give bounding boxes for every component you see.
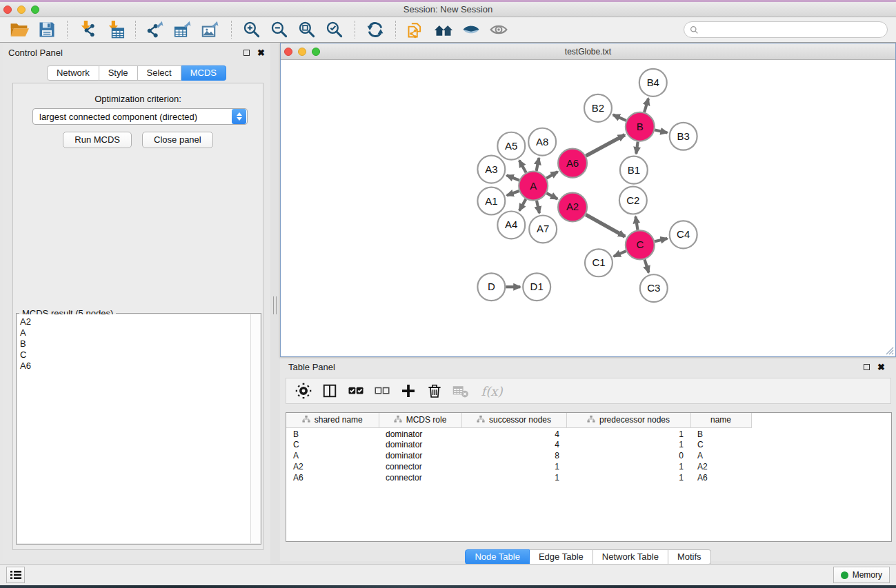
network-window-titlebar[interactable]: testGlobe.txt — [281, 43, 895, 60]
tab-edge-table[interactable]: Edge Table — [530, 549, 593, 565]
table-row[interactable]: Bdominator41B — [286, 427, 891, 439]
import-network-icon[interactable] — [77, 19, 98, 40]
search-box[interactable] — [684, 21, 888, 38]
table-row[interactable]: A6connector11A6 — [286, 472, 891, 483]
graph-edge-A2-C[interactable] — [586, 214, 625, 236]
graph-edge-A-A1[interactable] — [507, 191, 519, 195]
graph-node-B2[interactable]: B2 — [584, 94, 612, 122]
graph-edge-A-A2[interactable] — [546, 193, 557, 199]
graph-node-A2[interactable]: A2 — [558, 193, 587, 222]
show-graphics-details-icon[interactable] — [488, 19, 509, 40]
main-titlebar[interactable]: Session: New Session — [0, 2, 896, 17]
search-input[interactable] — [702, 25, 882, 34]
graph-edge-C-C4[interactable] — [655, 239, 667, 241]
vertical-splitter[interactable] — [270, 43, 280, 564]
table-cell[interactable]: A — [286, 450, 379, 461]
zoom-selected-icon[interactable] — [324, 19, 345, 40]
zoom-in-icon[interactable] — [241, 19, 262, 40]
network-canvas[interactable]: B4B2BB3A8A5A6A3B1AA1C2A2A4A7C4CC1C3DD1 — [281, 61, 895, 356]
graph-edge-A-A4[interactable] — [519, 199, 526, 211]
export-network-icon[interactable] — [146, 19, 166, 40]
task-history-button[interactable] — [6, 567, 25, 583]
save-session-icon[interactable] — [37, 19, 57, 40]
graph-edge-A-A5[interactable] — [519, 161, 526, 173]
home-layout-icon[interactable] — [433, 19, 454, 40]
graph-node-C2[interactable]: C2 — [619, 187, 647, 214]
table-cell[interactable]: 0 — [566, 450, 690, 461]
graph-node-A5[interactable]: A5 — [497, 132, 525, 160]
graph-edge-A-A6[interactable] — [546, 172, 557, 178]
tab-node-table[interactable]: Node Table — [465, 549, 530, 565]
duplicate-network-icon[interactable] — [406, 19, 426, 40]
graph-node-D[interactable]: D — [477, 273, 505, 301]
criterion-dropdown[interactable]: largest connected component (directed) — [32, 108, 248, 125]
import-table-icon[interactable] — [105, 19, 126, 40]
graph-edge-C-C3[interactable] — [645, 259, 649, 272]
mcds-result-scrollbar[interactable] — [250, 314, 260, 543]
tab-select[interactable]: Select — [138, 65, 181, 81]
run-mcds-button[interactable]: Run MCDS — [63, 132, 132, 148]
zoom-fit-icon[interactable] — [297, 19, 317, 40]
table-cell[interactable]: 1 — [566, 472, 690, 483]
tab-style[interactable]: Style — [99, 65, 138, 81]
export-image-icon[interactable] — [201, 19, 221, 40]
graph-edge-C-C2[interactable] — [635, 216, 637, 230]
network-view-window[interactable]: testGlobe.txt B4B2BB3A8A5A6A3B1AA1C2A2A4… — [280, 43, 896, 357]
column-header-name[interactable]: name — [690, 413, 751, 427]
close-panel-icon[interactable]: ✖ — [257, 48, 265, 57]
mcds-result-item[interactable]: A6 — [20, 361, 250, 372]
delete-column-icon[interactable] — [424, 381, 445, 401]
table-cell[interactable]: A6 — [690, 472, 751, 483]
table-cell[interactable]: 1 — [566, 427, 690, 439]
table-cell[interactable]: dominator — [379, 439, 461, 450]
show-columns-icon[interactable] — [319, 381, 340, 401]
hide-details-icon[interactable] — [461, 19, 481, 40]
table-cell[interactable]: B — [690, 427, 751, 439]
close-panel-button[interactable]: Close panel — [142, 132, 213, 148]
mcds-result-item[interactable]: C — [20, 349, 250, 361]
select-all-icon[interactable] — [346, 381, 366, 401]
graph-edge-B-B1[interactable] — [636, 142, 637, 154]
table-cell[interactable]: A6 — [286, 472, 379, 483]
graph-node-A8[interactable]: A8 — [528, 128, 556, 156]
new-column-icon[interactable] — [398, 381, 419, 401]
resize-grip-icon[interactable] — [884, 345, 894, 355]
tab-mcds[interactable]: MCDS — [181, 65, 226, 81]
table-cell[interactable]: connector — [379, 472, 461, 483]
table-mode-icon[interactable] — [293, 381, 314, 401]
table-cell[interactable]: 4 — [461, 427, 566, 439]
splitter-grip[interactable] — [273, 296, 277, 314]
refresh-layout-icon[interactable] — [365, 19, 386, 40]
column-header-MCDS-role[interactable]: MCDS role — [379, 413, 461, 427]
table-cell[interactable]: C — [286, 439, 379, 450]
table-cell[interactable]: dominator — [379, 450, 461, 461]
zoom-out-icon[interactable] — [269, 19, 290, 40]
mcds-result-item[interactable]: A2 — [20, 316, 250, 327]
close-table-panel-icon[interactable]: ✖ — [877, 363, 885, 372]
graph-node-B[interactable]: B — [626, 112, 655, 141]
graph-node-A7[interactable]: A7 — [529, 215, 557, 243]
graph-node-C1[interactable]: C1 — [585, 249, 613, 276]
table-cell[interactable]: B — [286, 427, 379, 439]
graph-node-D1[interactable]: D1 — [523, 273, 550, 301]
table-cell[interactable]: A — [690, 450, 751, 461]
mcds-result-item[interactable]: B — [20, 338, 250, 349]
column-header-successor-nodes[interactable]: successor nodes — [461, 413, 566, 427]
table-cell[interactable]: C — [690, 439, 751, 450]
deselect-all-icon[interactable] — [372, 381, 392, 401]
mcds-result-item[interactable]: A — [20, 327, 250, 338]
graph-edge-C-C1[interactable] — [614, 251, 626, 256]
float-table-panel-icon[interactable] — [864, 364, 870, 370]
table-cell[interactable]: 1 — [566, 461, 690, 472]
graph-node-B1[interactable]: B1 — [620, 156, 648, 184]
mcds-result-list[interactable]: A2ABCA6 — [17, 314, 260, 543]
memory-button[interactable]: Memory — [833, 567, 890, 583]
graph-edge-A-A8[interactable] — [537, 158, 539, 171]
table-row[interactable]: A2connector11A2 — [286, 461, 891, 472]
tab-network[interactable]: Network — [47, 65, 99, 81]
table-cell[interactable]: 4 — [461, 439, 566, 450]
column-header-shared-name[interactable]: shared name — [286, 413, 379, 427]
table-row[interactable]: Adominator80A — [286, 450, 891, 461]
graph-node-C[interactable]: C — [626, 230, 655, 259]
tab-network-table[interactable]: Network Table — [593, 549, 668, 565]
